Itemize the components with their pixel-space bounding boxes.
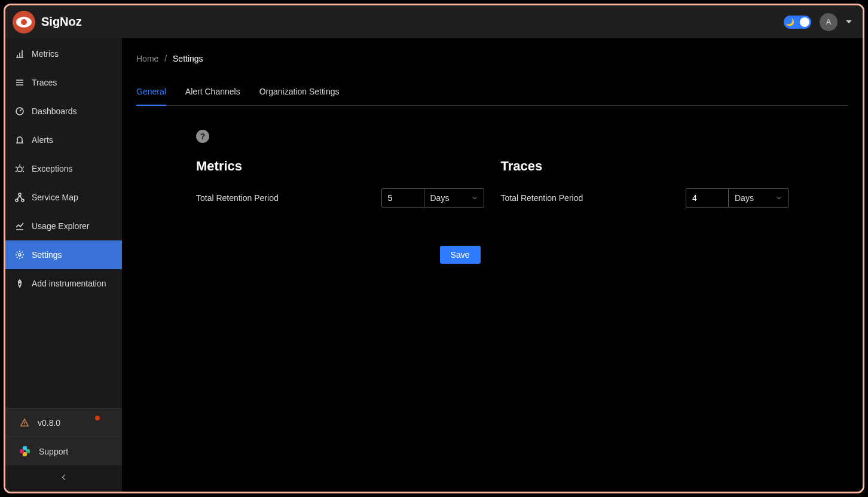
sidebar-item-label: Exceptions xyxy=(32,164,72,173)
traces-retention-label: Total Retention Period xyxy=(501,193,583,203)
sidebar-item-label: Usage Explorer xyxy=(32,221,90,231)
svg-point-5 xyxy=(19,254,21,256)
tab-alert-channels[interactable]: Alert Channels xyxy=(185,81,240,106)
moon-icon: 🌙 xyxy=(786,18,794,26)
slack-icon xyxy=(20,446,30,457)
sidebar-item-label: Alerts xyxy=(32,135,53,145)
metrics-retention-unit-select[interactable]: Days xyxy=(424,188,484,208)
chevron-down-icon xyxy=(472,193,478,203)
metrics-retention-input[interactable] xyxy=(381,188,424,208)
traces-section: Traces Total Retention Period Days xyxy=(501,158,789,208)
user-menu-caret-icon[interactable] xyxy=(846,20,852,23)
traces-retention-unit: Days xyxy=(735,193,754,203)
notification-dot-icon xyxy=(95,416,100,420)
svg-point-4 xyxy=(19,193,21,196)
tab-organization-settings[interactable]: Organization Settings xyxy=(259,81,340,106)
bell-icon xyxy=(15,135,25,145)
svg-point-3 xyxy=(22,199,24,202)
support-label: Support xyxy=(39,447,68,456)
gear-icon xyxy=(15,250,25,260)
metrics-retention-label: Total Retention Period xyxy=(196,193,279,203)
sidebar-item-usage-explorer[interactable]: Usage Explorer xyxy=(5,212,122,240)
sidebar-item-label: Service Map xyxy=(32,193,78,202)
breadcrumb: Home / Settings xyxy=(136,54,848,63)
sidebar-support[interactable]: Support xyxy=(5,437,122,465)
avatar[interactable]: A xyxy=(820,13,838,31)
main-content: Home / Settings General Alert Channels O… xyxy=(122,38,863,492)
version-label: v0.8.0 xyxy=(38,418,60,428)
theme-toggle[interactable]: 🌙 xyxy=(784,16,811,29)
sidebar-item-label: Dashboards xyxy=(32,106,77,116)
logo[interactable]: SigNoz xyxy=(13,11,82,33)
dashboard-icon xyxy=(15,106,25,116)
sidebar-item-dashboards[interactable]: Dashboards xyxy=(5,97,122,126)
breadcrumb-current: Settings xyxy=(173,54,203,63)
traces-retention-unit-select[interactable]: Days xyxy=(729,188,788,208)
chevron-down-icon xyxy=(776,193,782,203)
sidebar-item-add-instrumentation[interactable]: Add instrumentation xyxy=(5,269,122,298)
sidebar-item-alerts[interactable]: Alerts xyxy=(5,126,122,154)
sidebar-item-exceptions[interactable]: Exceptions xyxy=(5,154,122,183)
sidebar-item-label: Add instrumentation xyxy=(32,279,106,288)
sidebar-item-service-map[interactable]: Service Map xyxy=(5,183,122,212)
sidebar-version[interactable]: v0.8.0 xyxy=(5,408,122,437)
sidebar-item-label: Traces xyxy=(32,78,57,87)
sidebar-item-label: Metrics xyxy=(32,49,59,59)
chevron-left-icon xyxy=(60,473,68,484)
bug-icon xyxy=(15,164,25,173)
sidebar-collapse[interactable] xyxy=(5,465,122,492)
sidebar-item-traces[interactable]: Traces xyxy=(5,68,122,97)
list-icon xyxy=(15,78,25,87)
traces-heading: Traces xyxy=(501,158,789,174)
network-icon xyxy=(15,193,25,202)
breadcrumb-home[interactable]: Home xyxy=(136,54,158,63)
sidebar-item-label: Settings xyxy=(32,250,62,260)
sidebar-item-metrics[interactable]: Metrics xyxy=(5,39,122,68)
metrics-section: Metrics Total Retention Period Days xyxy=(196,158,484,208)
rocket-icon xyxy=(15,279,25,288)
help-icon[interactable]: ? xyxy=(196,130,209,143)
tabs: General Alert Channels Organization Sett… xyxy=(136,80,848,106)
metrics-heading: Metrics xyxy=(196,158,484,174)
bar-chart-icon xyxy=(15,49,25,59)
logo-icon xyxy=(13,11,35,33)
app-title: SigNoz xyxy=(41,15,82,29)
metrics-retention-unit: Days xyxy=(430,193,450,203)
line-chart-icon xyxy=(15,221,25,231)
sidebar: Metrics Traces Dashboards xyxy=(5,38,122,492)
svg-point-6 xyxy=(19,282,20,283)
sidebar-item-settings[interactable]: Settings xyxy=(5,240,122,269)
topbar: SigNoz 🌙 A xyxy=(5,5,863,38)
warning-icon xyxy=(20,418,29,428)
traces-retention-input[interactable] xyxy=(686,188,729,208)
svg-point-1 xyxy=(17,167,22,172)
save-button[interactable]: Save xyxy=(440,246,481,264)
tab-general[interactable]: General xyxy=(136,81,166,106)
svg-point-2 xyxy=(16,199,18,202)
